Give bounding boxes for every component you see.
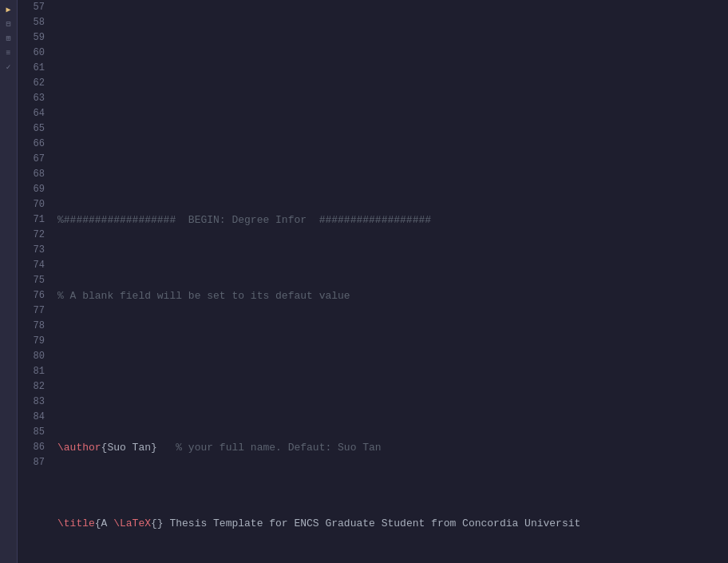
editor: ▶ ⊟ ⊞ ≡ ✓ 57 58 59 60 61 62 63 64 65 66 … <box>0 0 728 563</box>
line-numbers: 57 58 59 60 61 62 63 64 65 66 67 68 69 7… <box>18 0 51 563</box>
code-line-63: \title{A \LaTeX{} Thesis Template for EN… <box>56 516 728 531</box>
code-line-58 <box>56 137 728 152</box>
tool-icon4[interactable]: ✓ <box>2 61 15 73</box>
left-gutter: ▶ ⊟ ⊞ ≡ ✓ <box>0 0 18 563</box>
code-line-61 <box>56 364 728 379</box>
code-line-60: % A blank field will be set to its defau… <box>56 288 728 303</box>
tool-icon3[interactable]: ≡ <box>2 46 15 59</box>
code-area: 57 58 59 60 61 62 63 64 65 66 67 68 69 7… <box>18 0 728 563</box>
code-line-59: %################## BEGIN: Degree Infor … <box>56 212 728 228</box>
bookmark-icon[interactable]: ▶ <box>2 3 15 16</box>
tool-icon2[interactable]: ⊞ <box>2 32 15 45</box>
code-line-57 <box>56 61 728 76</box>
tool-icon1[interactable]: ⊟ <box>2 18 15 30</box>
code-line-62: \author{Suo Tan} % your full name. Defau… <box>56 440 728 455</box>
code-content[interactable]: %################## BEGIN: Degree Infor … <box>51 0 728 563</box>
